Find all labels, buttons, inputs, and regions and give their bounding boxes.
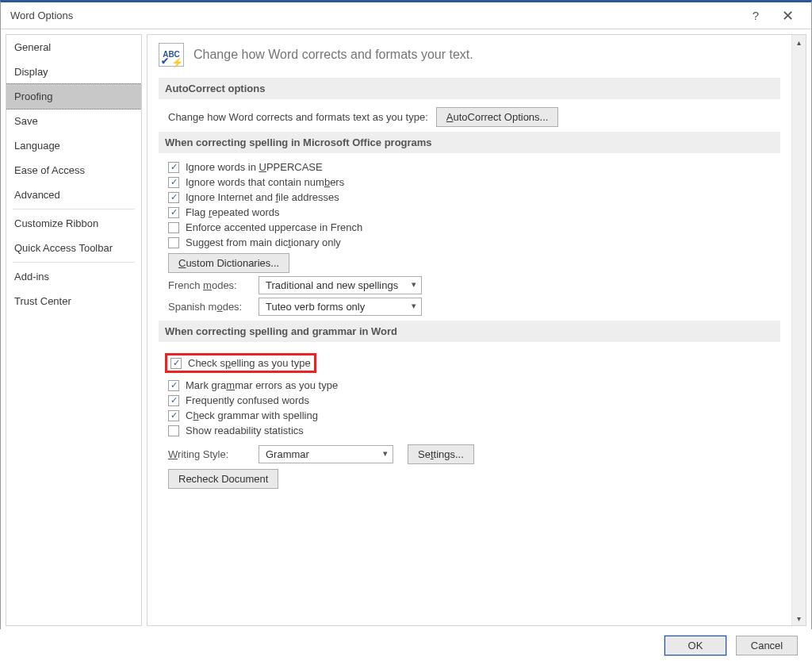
sidebar-item-general[interactable]: General — [6, 35, 141, 60]
writing-style-label: Writing Style: — [168, 448, 244, 460]
french-modes-label: French modes: — [168, 279, 244, 291]
proofing-icon: ABC ✔ ⚡ — [159, 43, 184, 67]
sidebar-item-proofing[interactable]: Proofing — [6, 83, 142, 110]
checkbox-icon: ✓ — [168, 162, 179, 173]
french-modes-row: French modes: Traditional and new spelli… — [168, 276, 780, 294]
sidebar-item-quick-access[interactable]: Quick Access Toolbar — [6, 236, 141, 260]
custom-dictionaries-button[interactable]: Custom Dictionaries... — [168, 253, 289, 273]
writing-style-row: Writing Style: Grammar Settings... — [168, 444, 780, 464]
custom-dict-row: Custom Dictionaries... — [168, 253, 780, 273]
check-main-dictionary[interactable]: Suggest from main dictionary only — [168, 236, 780, 248]
checkbox-icon — [168, 237, 179, 248]
autocorrect-options-button[interactable]: AutoCorrect Options... — [436, 107, 559, 127]
scroll-up-icon[interactable]: ▴ — [792, 35, 806, 49]
spanish-modes-row: Spanish modes: Tuteo verb forms only — [168, 298, 780, 316]
spanish-modes-select[interactable]: Tuteo verb forms only — [259, 298, 422, 316]
check-ignore-uppercase[interactable]: ✓ Ignore words in UPPERCASE — [168, 161, 780, 173]
titlebar: Word Options ? ✕ — [1, 2, 811, 29]
close-button[interactable]: ✕ — [772, 7, 803, 25]
checkbox-icon: ✓ — [168, 192, 179, 203]
check-spell-as-type[interactable]: ✓ Check spelling as you type — [170, 357, 311, 369]
section-spell-office-title: When correcting spelling in Microsoft Of… — [159, 132, 780, 153]
sidebar-separator — [13, 262, 135, 263]
check-label: Mark grammar errors as you type — [186, 379, 338, 391]
sidebar-item-language[interactable]: Language — [6, 133, 141, 158]
main-area: General Display Proofing Save Language E… — [1, 29, 811, 631]
sidebar-item-customize-ribbon[interactable]: Customize Ribbon — [6, 211, 141, 236]
sidebar-separator — [13, 209, 135, 209]
content-scroll: ABC ✔ ⚡ Change how Word corrects and for… — [147, 35, 791, 625]
checkbox-icon: ✓ — [168, 395, 179, 406]
checkbox-icon — [168, 222, 179, 233]
check-readability[interactable]: Show readability statistics — [168, 425, 780, 436]
section-spell-word-title: When correcting spelling and grammar in … — [159, 321, 780, 342]
scroll-down-icon[interactable]: ▾ — [792, 611, 806, 625]
check-flag-repeated[interactable]: ✓ Flag repeated words — [168, 206, 780, 218]
check-label: Ignore Internet and file addresses — [186, 191, 339, 203]
check-label: Ignore words that contain numbers — [186, 176, 344, 188]
cancel-button[interactable]: Cancel — [736, 636, 798, 655]
page-header: ABC ✔ ⚡ Change how Word corrects and for… — [159, 43, 780, 67]
checkbox-icon — [168, 425, 179, 436]
recheck-document-button[interactable]: Recheck Document — [168, 469, 278, 489]
category-sidebar: General Display Proofing Save Language E… — [6, 34, 142, 626]
autocorrect-desc: Change how Word corrects and formats tex… — [168, 111, 428, 123]
checkbox-icon: ✓ — [168, 380, 179, 391]
check-label: Check spelling as you type — [188, 357, 311, 369]
sidebar-item-save[interactable]: Save — [6, 109, 141, 133]
checkbox-icon: ✓ — [170, 358, 182, 369]
check-label: Suggest from main dictionary only — [186, 236, 341, 248]
recheck-row: Recheck Document — [168, 469, 780, 489]
check-grammar-with-spelling[interactable]: ✓ Check grammar with spelling — [168, 409, 780, 421]
check-label: Check grammar with spelling — [186, 409, 318, 421]
check-confused-words[interactable]: ✓ Frequently confused words — [168, 394, 780, 406]
sidebar-item-advanced[interactable]: Advanced — [6, 183, 141, 207]
check-label: Show readability statistics — [186, 425, 304, 436]
autocorrect-row: Change how Word corrects and formats tex… — [168, 107, 780, 127]
sidebar-item-ease-of-access[interactable]: Ease of Access — [6, 158, 141, 183]
page-heading: Change how Word corrects and formats you… — [193, 48, 473, 62]
check-mark-grammar[interactable]: ✓ Mark grammar errors as you type — [168, 379, 780, 391]
check-label: Ignore words in UPPERCASE — [186, 161, 323, 173]
checkbox-icon: ✓ — [168, 410, 179, 421]
vertical-scrollbar[interactable]: ▴ ▾ — [791, 35, 806, 625]
ok-button[interactable]: OK — [665, 636, 726, 655]
check-ignore-numbers[interactable]: ✓ Ignore words that contain numbers — [168, 176, 780, 188]
content-panel: ABC ✔ ⚡ Change how Word corrects and for… — [147, 34, 806, 626]
sidebar-item-trust-center[interactable]: Trust Center — [6, 289, 141, 313]
check-label: Enforce accented uppercase in French — [186, 221, 362, 233]
checkbox-icon: ✓ — [168, 207, 179, 218]
french-modes-select[interactable]: Traditional and new spellings — [259, 276, 422, 294]
settings-button[interactable]: Settings... — [408, 444, 474, 464]
highlighted-option: ✓ Check spelling as you type — [165, 353, 316, 373]
window-title: Word Options — [9, 10, 740, 21]
spanish-modes-label: Spanish modes: — [168, 301, 244, 313]
section-autocorrect-title: AutoCorrect options — [159, 78, 780, 99]
help-button[interactable]: ? — [740, 9, 772, 22]
sidebar-item-display[interactable]: Display — [6, 60, 141, 84]
check-label: Flag repeated words — [186, 206, 280, 218]
writing-style-select[interactable]: Grammar — [259, 445, 393, 463]
dialog-footer: OK Cancel — [0, 629, 812, 661]
sidebar-item-addins[interactable]: Add-ins — [6, 264, 141, 289]
check-label: Frequently confused words — [186, 394, 309, 406]
check-ignore-internet[interactable]: ✓ Ignore Internet and file addresses — [168, 191, 780, 203]
checkbox-icon: ✓ — [168, 177, 179, 188]
check-enforce-accented[interactable]: Enforce accented uppercase in French — [168, 221, 780, 233]
